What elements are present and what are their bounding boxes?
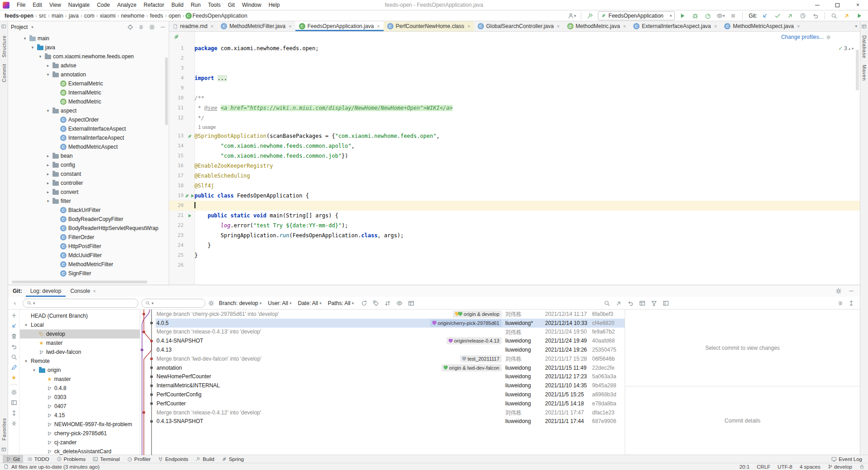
project-tree-item[interactable]: ▾aspect xyxy=(8,106,169,115)
branch-item[interactable]: 0407 xyxy=(20,402,140,411)
project-tree-item[interactable]: @ExternalMetric xyxy=(8,79,169,88)
breadcrumb-item[interactable]: open xyxy=(168,13,182,19)
profiler-button[interactable] xyxy=(703,11,713,20)
gutter-icons[interactable] xyxy=(185,211,194,221)
code-line[interactable]: 22 log.error("test Try ${date:YY-mm-dd}"… xyxy=(169,221,860,230)
gutter-icons[interactable] xyxy=(185,131,194,141)
code-line[interactable]: 24 } xyxy=(169,240,860,250)
breadcrumb-item[interactable]: newhome xyxy=(120,13,145,19)
close-icon[interactable]: × xyxy=(467,24,470,29)
stripe-favorites-tab[interactable]: Favorites xyxy=(1,418,7,441)
editor-tab-PerfCounterNewHome.class[interactable]: CPerfCounterNewHome.class× xyxy=(384,21,474,31)
hide-panel-icon[interactable] xyxy=(160,24,166,30)
editor-tab-ExternalInterfaceAspect.java[interactable]: CExternalInterfaceAspect.java× xyxy=(630,21,721,31)
menu-item-window[interactable]: Window xyxy=(238,0,265,10)
toolwindow-spring[interactable]: Spring xyxy=(218,455,247,463)
branch-item[interactable]: cherry-pick-29785d61 xyxy=(20,429,140,438)
tree-chevron-icon[interactable]: ▸ xyxy=(45,181,51,185)
tree-chevron-icon[interactable]: ▸ xyxy=(45,63,51,68)
commit-row[interactable]: annotationorigin & lwd-dev-falconliuweid… xyxy=(156,363,625,372)
show-details-icon[interactable] xyxy=(639,300,645,306)
readonly-lock-icon[interactable] xyxy=(859,464,864,469)
tree-chevron-icon[interactable]: ▸ xyxy=(45,163,51,167)
code-line[interactable]: 25} xyxy=(169,250,860,260)
code-with-me-icon[interactable] xyxy=(854,11,864,20)
editor-tab-GlobalSearchController.java[interactable]: CGlobalSearchController.java× xyxy=(474,21,564,31)
favorite-branch-icon[interactable]: ★ xyxy=(11,375,17,381)
branch-item[interactable]: cj-zander xyxy=(20,438,140,447)
maximize-button[interactable] xyxy=(827,0,848,10)
toolwindow-terminal[interactable]: Terminal xyxy=(90,455,123,463)
code-line[interactable]: 16@EnableZooKeeperRegistry xyxy=(169,161,860,171)
inspections-widget[interactable]: ✓ 3 ▴ ▾ xyxy=(838,45,854,52)
close-icon[interactable]: × xyxy=(211,24,213,29)
code-line[interactable]: 15 "com.xiaomi.newhome.feeds.common.job"… xyxy=(169,151,860,161)
code-line[interactable]: 1package com.xiaomi.newhome.feeds.open; xyxy=(169,43,860,53)
presentation-settings-icon[interactable] xyxy=(663,300,669,306)
branch-filter-input[interactable]: ▾ xyxy=(23,299,138,308)
commit-row[interactable]: 0.4.13liuweidong2021/11/24 19:2625350475 xyxy=(156,345,625,354)
ref-tag-chip[interactable]: origin/release-0.4.13 xyxy=(446,337,502,344)
commit-row[interactable]: PerfCounterliuweidong2021/11/5 14:18e78d… xyxy=(156,399,625,408)
toolwindow-problems[interactable]: Problems xyxy=(53,455,89,463)
branch-chevron-icon[interactable]: ▾ xyxy=(32,368,37,372)
close-icon[interactable]: × xyxy=(377,24,379,29)
tree-chevron-icon[interactable]: ▾ xyxy=(45,72,51,77)
tree-chevron-icon[interactable]: ▾ xyxy=(38,54,43,59)
rollback-log-icon[interactable] xyxy=(627,300,634,306)
filter-paths[interactable]: Paths: All▾ xyxy=(326,300,356,306)
code-line[interactable]: 3 xyxy=(169,63,860,73)
editor-body[interactable]: 1package com.xiaomi.newhome.feeds.open;2… xyxy=(169,32,860,285)
stripe-commit-tab[interactable]: Commit xyxy=(1,64,7,82)
close-icon[interactable]: × xyxy=(557,24,560,29)
user-profile-icon[interactable]: ▾ xyxy=(567,11,577,20)
ref-tag-chip[interactable]: origin & develop xyxy=(453,310,502,318)
stripe-structure-tab[interactable]: Structure xyxy=(1,35,7,57)
tab-log-develop[interactable]: Log: develop xyxy=(26,285,66,297)
delete-branch-icon[interactable] xyxy=(11,333,17,339)
code-line[interactable]: 23 SpringApplication.run(FeedsOpenApplic… xyxy=(169,230,860,240)
scroll-bottom-icon[interactable] xyxy=(848,300,854,306)
commit-row[interactable]: Merge branch 'release-0.4.12' into 'deve… xyxy=(156,408,625,417)
next-problem-icon[interactable]: ▾ xyxy=(852,47,854,51)
back-chevron-icon[interactable]: ‹ xyxy=(10,300,20,306)
commit-row[interactable]: 4.0.5origin/cherry-pick-29785d61liuweido… xyxy=(156,319,625,328)
edit-branch-icon[interactable] xyxy=(11,364,17,371)
refresh-log-icon[interactable] xyxy=(361,300,367,306)
project-vertical-scrollbar[interactable] xyxy=(165,57,168,125)
menu-item-build[interactable]: Build xyxy=(168,0,187,10)
expand-all-icon[interactable] xyxy=(11,410,17,416)
menu-item-run[interactable]: Run xyxy=(187,0,204,10)
layout-toggle-icon[interactable] xyxy=(1,447,6,452)
settings-gear-icon[interactable] xyxy=(149,24,155,30)
close-icon[interactable]: × xyxy=(714,24,717,29)
commit-row[interactable]: Merge branch 'cherry-pick-29785d61' into… xyxy=(156,310,625,319)
branch-item[interactable]: ★master xyxy=(20,375,140,384)
tree-chevron-icon[interactable]: ▾ xyxy=(45,108,51,113)
filter-funnel-icon[interactable] xyxy=(651,300,657,306)
checkout-icon[interactable] xyxy=(11,323,17,329)
database-toolwindow-icon[interactable] xyxy=(862,24,867,29)
project-tree-item[interactable]: ▸controller xyxy=(8,179,169,188)
toolwindow-todo[interactable]: TODO xyxy=(24,455,52,463)
project-tree-item[interactable]: CInternalInterfaceAspect xyxy=(8,133,169,142)
project-tree-item[interactable]: @MethodMetric xyxy=(8,97,169,106)
go-to-hash-icon[interactable] xyxy=(373,300,379,306)
editor-tab-readme.md[interactable]: readme.md× xyxy=(169,21,217,31)
project-tree-item[interactable]: @InternalMetric xyxy=(8,88,169,97)
git-branch-widget[interactable]: develop xyxy=(828,464,852,470)
project-tree-item[interactable]: CMethodMetricFilter xyxy=(8,260,169,269)
editor-tab-MethodMetricAspect.java[interactable]: CMethodMetricAspect.java× xyxy=(721,21,803,31)
breadcrumb-item[interactable]: feeds-open xyxy=(4,13,34,19)
minimize-button[interactable] xyxy=(807,0,827,10)
locate-file-icon[interactable] xyxy=(127,24,133,30)
menu-item-git[interactable]: Git xyxy=(224,0,238,10)
project-tree-item[interactable]: CExternalInterfaceAspect xyxy=(8,124,169,133)
tree-chevron-icon[interactable]: ▾ xyxy=(45,199,51,203)
code-line[interactable]: 20 xyxy=(169,201,860,211)
commit-search-input[interactable]: ▾ xyxy=(141,299,205,308)
code-line[interactable]: 26 xyxy=(169,260,860,270)
code-line[interactable]: 12 */ xyxy=(169,113,860,123)
branch-item[interactable]: ▾origin xyxy=(20,366,140,375)
project-tree-item[interactable]: CBlackUrlFilter xyxy=(8,206,169,215)
